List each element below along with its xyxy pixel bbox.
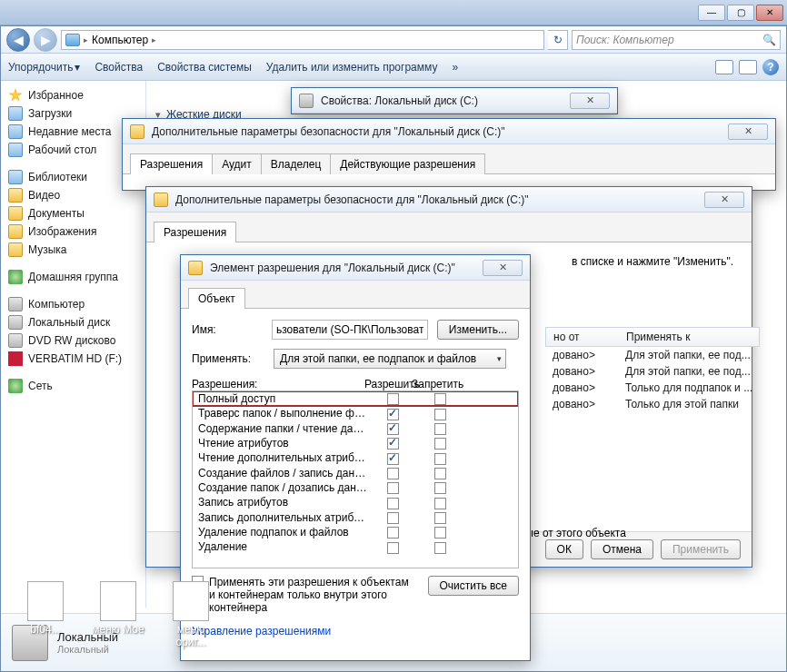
- name-label: Имя:: [192, 323, 263, 336]
- deny-checkbox[interactable]: [434, 468, 446, 479]
- toolbar: Упорядочить ▾ Свойства Свойства системы …: [1, 54, 786, 81]
- nav-forward-button[interactable]: ▶: [34, 28, 57, 52]
- allow-checkbox[interactable]: [387, 542, 399, 554]
- close-button[interactable]: ✕: [756, 5, 783, 21]
- help-icon[interactable]: ?: [762, 59, 779, 75]
- tab-permissions[interactable]: Разрешения: [130, 153, 213, 174]
- deny-checkbox[interactable]: [434, 542, 446, 554]
- permission-row[interactable]: Запись дополнительных атрибутов: [193, 510, 518, 525]
- table-row[interactable]: довано>Для этой папки, ее под...: [545, 347, 760, 363]
- tab-effective[interactable]: Действующие разрешения: [330, 153, 485, 174]
- deny-checkbox[interactable]: [434, 438, 446, 450]
- deny-checkbox[interactable]: [434, 512, 446, 524]
- permission-row[interactable]: Содержание папки / чтение данных: [193, 421, 518, 436]
- deny-checkbox[interactable]: [434, 482, 446, 494]
- network-icon: [8, 379, 23, 393]
- ok-button[interactable]: ОК: [545, 539, 583, 559]
- close-button[interactable]: ✕: [704, 192, 744, 208]
- breadcrumb-location[interactable]: Компьютер: [92, 34, 148, 46]
- preview-pane-icon[interactable]: [739, 60, 757, 74]
- permission-row[interactable]: Удаление: [193, 539, 518, 554]
- minimize-button[interactable]: —: [698, 5, 725, 21]
- view-options-icon[interactable]: [715, 60, 733, 74]
- deny-checkbox[interactable]: [434, 393, 446, 405]
- name-input[interactable]: [272, 320, 428, 340]
- permissions-table-fragment: но от Применять к довано>Для этой папки,…: [545, 327, 760, 412]
- sidebar-music[interactable]: Музыка: [5, 241, 142, 259]
- sidebar-localdisk[interactable]: Локальный диск: [5, 313, 142, 331]
- properties-button[interactable]: Свойства: [95, 61, 143, 74]
- table-row[interactable]: довано>Только для подпапок и ...: [545, 380, 760, 396]
- change-button[interactable]: Изменить...: [437, 320, 519, 340]
- sidebar-documents[interactable]: Документы: [5, 204, 142, 222]
- computer-icon: [65, 34, 80, 46]
- clear-all-button[interactable]: Очистить все: [428, 576, 519, 596]
- allow-checkbox[interactable]: [387, 438, 399, 450]
- nav-back-button[interactable]: ◀: [6, 28, 30, 52]
- desktop-icon[interactable]: меню Мое: [91, 581, 145, 648]
- refresh-button[interactable]: ↻: [548, 30, 568, 50]
- tab-object[interactable]: Объект: [188, 288, 245, 309]
- allow-checkbox[interactable]: [387, 527, 399, 539]
- permission-row[interactable]: Запись атрибутов: [193, 495, 518, 509]
- sidebar-pictures[interactable]: Изображения: [5, 222, 142, 241]
- permission-row[interactable]: Траверс папок / выполнение файлов: [193, 406, 518, 420]
- allow-checkbox[interactable]: [387, 453, 399, 465]
- sidebar-dvdrw[interactable]: DVD RW дисково: [5, 331, 142, 350]
- permission-row[interactable]: Создание файлов / запись данных: [193, 466, 518, 480]
- sidebar-favorites[interactable]: Избранное: [5, 86, 142, 104]
- search-placeholder: Поиск: Компьютер: [576, 34, 674, 46]
- deny-checkbox[interactable]: [434, 453, 446, 465]
- deny-checkbox[interactable]: [434, 423, 446, 435]
- sidebar-verbatim[interactable]: VERBATIM HD (F:): [5, 350, 142, 368]
- table-row[interactable]: довано>Только для этой папки: [545, 396, 760, 412]
- properties-dialog: Свойства: Локальный диск (C:) ✕: [291, 87, 618, 114]
- close-button[interactable]: ✕: [728, 124, 768, 140]
- permission-row[interactable]: Чтение дополнительных атрибутов: [193, 450, 518, 465]
- permission-name: Чтение дополнительных атрибутов: [198, 451, 369, 464]
- file-icon: [27, 581, 64, 621]
- permission-row[interactable]: Удаление подпапок и файлов: [193, 525, 518, 539]
- desktop-icon[interactable]: bf04...: [18, 581, 73, 648]
- allow-checkbox[interactable]: [387, 468, 399, 479]
- close-button[interactable]: ✕: [483, 260, 523, 276]
- permission-name: Удаление подпапок и файлов: [198, 526, 369, 539]
- dialog-title: Дополнительные параметры безопасности дл…: [152, 125, 721, 138]
- maximize-button[interactable]: ▢: [727, 5, 754, 21]
- organize-menu[interactable]: Упорядочить ▾: [8, 61, 80, 74]
- allow-checkbox[interactable]: [387, 482, 399, 494]
- breadcrumb[interactable]: ▸ Компьютер ▸: [61, 30, 544, 50]
- sidebar-computer[interactable]: Компьютер: [5, 295, 142, 313]
- apply-to-dropdown[interactable]: Для этой папки, ее подпапок и файлов: [274, 349, 506, 369]
- table-row[interactable]: довано>Для этой папки, ее под...: [545, 363, 760, 380]
- permissions-list[interactable]: Полный доступТраверс папок / выполнение …: [192, 390, 519, 568]
- allow-checkbox[interactable]: [387, 512, 399, 524]
- deny-checkbox[interactable]: [434, 409, 446, 420]
- permission-row[interactable]: Чтение атрибутов: [193, 436, 518, 450]
- cancel-button[interactable]: Отмена: [591, 539, 653, 559]
- deny-checkbox[interactable]: [434, 498, 446, 509]
- documents-icon: [8, 206, 23, 221]
- tab-permissions[interactable]: Разрешения: [154, 222, 236, 242]
- tab-owner[interactable]: Владелец: [261, 153, 332, 174]
- file-icon: [100, 581, 136, 621]
- allow-checkbox[interactable]: [387, 409, 399, 420]
- tab-audit[interactable]: Аудит: [212, 153, 262, 174]
- permission-name: Удаление: [198, 540, 369, 553]
- sidebar-homegroup[interactable]: Домашняя группа: [5, 268, 142, 286]
- permission-row[interactable]: Полный доступ: [193, 391, 518, 406]
- permission-row[interactable]: Создание папок / дозапись данных: [193, 480, 518, 495]
- allow-checkbox[interactable]: [387, 498, 399, 509]
- search-input[interactable]: Поиск: Компьютер 🔍: [572, 30, 781, 50]
- permissions-label: Разрешения:: [192, 378, 364, 390]
- close-button[interactable]: ✕: [570, 93, 610, 109]
- deny-checkbox[interactable]: [434, 527, 446, 539]
- system-properties-button[interactable]: Свойства системы: [157, 61, 252, 74]
- uninstall-button[interactable]: Удалить или изменить программу: [266, 61, 438, 74]
- sidebar-network[interactable]: Сеть: [5, 377, 142, 395]
- apply-button[interactable]: Применить: [661, 539, 741, 559]
- desktop-icon[interactable]: меню ориг...: [164, 581, 218, 648]
- toolbar-overflow[interactable]: »: [452, 61, 458, 74]
- allow-checkbox[interactable]: [387, 393, 399, 405]
- allow-checkbox[interactable]: [387, 423, 399, 435]
